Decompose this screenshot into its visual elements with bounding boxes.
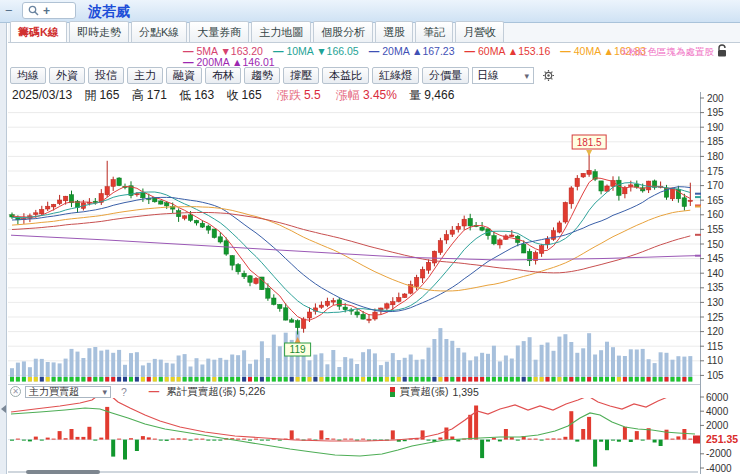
- zoom-in-button[interactable]: +: [43, 4, 50, 18]
- low-value: 163: [194, 88, 214, 102]
- svg-text:115: 115: [707, 341, 723, 352]
- svg-text:145: 145: [707, 253, 724, 264]
- bar-swatch: [390, 387, 395, 397]
- svg-text:160: 160: [707, 209, 724, 220]
- tab-主力地圖[interactable]: 主力地圖: [251, 21, 311, 42]
- svg-text:140: 140: [707, 268, 724, 279]
- toolbar-button-分價量[interactable]: 分價量: [422, 67, 469, 84]
- svg-text:190: 190: [707, 122, 724, 133]
- high-value: 171: [147, 88, 167, 102]
- tab-月營收[interactable]: 月營收: [455, 21, 504, 42]
- help-icon[interactable]: ?: [121, 386, 127, 398]
- volume-label: 量: [409, 88, 421, 102]
- svg-text:185: 185: [707, 136, 724, 147]
- svg-text:6000: 6000: [706, 392, 729, 403]
- indicator-select[interactable]: 主力買賣超 ▾: [25, 386, 111, 398]
- svg-text:110: 110: [707, 355, 723, 366]
- svg-text:181.5: 181.5: [577, 137, 602, 148]
- svg-text:-4000: -4000: [706, 463, 732, 474]
- low-label: 低: [179, 88, 191, 102]
- svg-text:251.35: 251.35: [706, 433, 738, 445]
- top-bar: − + 波若威: [0, 0, 740, 23]
- toolbar-button-趨勢[interactable]: 趨勢: [244, 67, 280, 84]
- toolbar-buttons: 均線外資投信主力融資布林趨勢撐壓本益比紅綠燈分價量: [10, 67, 469, 84]
- svg-text:-2000: -2000: [706, 448, 732, 459]
- open-label: 開: [84, 88, 96, 102]
- scrollbar-thumb[interactable]: [26, 470, 100, 474]
- cumulative-legend-label: 累計買賣超(張): [166, 385, 236, 397]
- volume-value: 9,466: [424, 88, 454, 102]
- pink-note: ①粉紅色區塊為處置股: [620, 46, 714, 59]
- period-select-value: 日線: [477, 68, 499, 83]
- lock-icon[interactable]: [716, 44, 728, 58]
- svg-text:180: 180: [707, 151, 724, 162]
- change-value: 5.5: [304, 88, 321, 102]
- svg-text:170: 170: [707, 180, 724, 191]
- svg-text:135: 135: [707, 282, 724, 293]
- high-label: 高: [132, 88, 144, 102]
- open-value: 165: [99, 88, 119, 102]
- toolbar-button-本益比[interactable]: 本益比: [322, 67, 369, 84]
- settings-gear-icon[interactable]: [541, 68, 557, 84]
- tab-筆記[interactable]: 筆記: [415, 21, 453, 42]
- cumulative-legend: — 累計買賣超(張) 5,226: [149, 385, 266, 399]
- toolbar-button-主力[interactable]: 主力: [127, 67, 163, 84]
- left-rail: [0, 23, 7, 474]
- svg-text:2000: 2000: [706, 420, 729, 431]
- tab-分點K線[interactable]: 分點K線: [131, 21, 187, 42]
- svg-text:130: 130: [707, 297, 724, 308]
- svg-text:105: 105: [707, 370, 724, 381]
- toolbar-button-投信[interactable]: 投信: [88, 67, 124, 84]
- main-chart[interactable]: 2001951901851801751701651601551501451401…: [0, 92, 740, 384]
- ma-legend-20MA: —20MA ▲167.23: [369, 45, 455, 57]
- stock-title: 波若威: [88, 3, 130, 21]
- change-pct-value: 3.45%: [363, 88, 397, 102]
- svg-text:200: 200: [707, 93, 724, 104]
- netbuy-legend: 買賣超(張) 1,395: [390, 385, 478, 399]
- cumulative-legend-value: 5,226: [239, 385, 265, 397]
- svg-text:175: 175: [707, 166, 724, 177]
- svg-text:119: 119: [290, 344, 306, 355]
- ohlc-date: 2025/03/13: [12, 88, 72, 102]
- tab-選股[interactable]: 選股: [375, 21, 413, 42]
- toolbar-button-融資[interactable]: 融資: [166, 67, 202, 84]
- toolbar-button-撐壓[interactable]: 撐壓: [283, 67, 319, 84]
- netbuy-legend-label: 買賣超(張): [399, 385, 448, 399]
- zoom-out-button[interactable]: −: [5, 3, 13, 18]
- toolbar: 均線外資投信主力融資布林趨勢撐壓本益比紅綠燈分價量 日線 ▾: [10, 66, 557, 85]
- tab-bar: 籌碼K線即時走勢分點K線大量券商主力地圖個股分析選股筆記月營收: [8, 23, 740, 43]
- zoom-controls[interactable]: +: [22, 2, 76, 19]
- svg-text:195: 195: [707, 107, 724, 118]
- tab-即時走勢[interactable]: 即時走勢: [69, 21, 129, 42]
- indicator-select-value: 主力買賣超: [29, 385, 79, 399]
- collapse-arrow[interactable]: [1, 405, 6, 413]
- toolbar-button-布林[interactable]: 布林: [205, 67, 241, 84]
- tab-大量券商[interactable]: 大量券商: [189, 21, 249, 42]
- close-value: 165: [242, 88, 262, 102]
- toolbar-button-均線[interactable]: 均線: [10, 67, 46, 84]
- caret-down-icon: ▾: [102, 387, 107, 397]
- svg-text:150: 150: [707, 239, 724, 250]
- line-swatch: —: [149, 385, 160, 397]
- ma-legend-10MA: —10MA ▼166.05: [273, 45, 359, 57]
- change-label: 漲跌: [277, 88, 301, 102]
- svg-text:120: 120: [707, 326, 724, 337]
- scrollbar-track[interactable]: [8, 471, 698, 473]
- period-select[interactable]: 日線 ▾: [472, 67, 534, 84]
- close-label: 收: [227, 88, 239, 102]
- change-pct-label: 漲幅: [336, 88, 360, 102]
- toolbar-button-紅綠燈[interactable]: 紅綠燈: [372, 67, 419, 84]
- svg-text:125: 125: [707, 312, 724, 323]
- ohlc-row: 2025/03/13 開165 高171 低163 收165 漲跌5.5 漲幅3…: [12, 87, 454, 104]
- app-window: − + 波若威 籌碼K線即時走勢分點K線大量券商主力地圖個股分析選股筆記月營收 …: [0, 0, 740, 474]
- svg-text:4000: 4000: [706, 406, 729, 417]
- close-panel-icon[interactable]: ✕: [10, 386, 21, 397]
- bottom-panel-header: ✕ 主力買賣超 ▾ ? — 累計買賣超(張) 5,226 買賣超(張) 1,39…: [8, 384, 700, 398]
- tab-個股分析[interactable]: 個股分析: [313, 21, 373, 42]
- tab-籌碼K線[interactable]: 籌碼K線: [10, 21, 67, 42]
- magnifier-icon: [28, 5, 39, 16]
- ma-legend-60MA: —60MA ▲153.16: [465, 45, 551, 57]
- svg-text:165: 165: [707, 195, 724, 206]
- toolbar-button-外資[interactable]: 外資: [49, 67, 85, 84]
- svg-text:155: 155: [707, 224, 724, 235]
